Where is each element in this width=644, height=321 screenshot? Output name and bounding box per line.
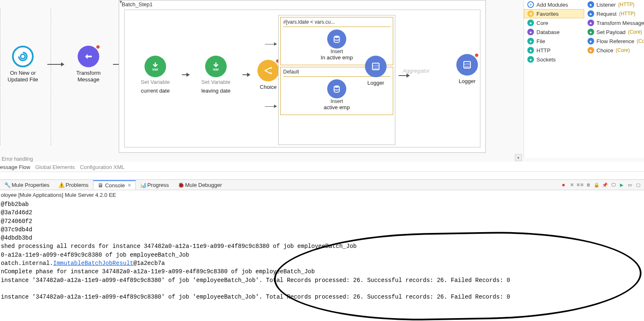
- svg-point-5: [270, 72, 272, 74]
- palette-item-choice[interactable]: ●Choice (Core): [584, 46, 644, 55]
- console-toolbar: ■ ✖ ✖✖ 🗎 🔒 📌 🖵 ▶ ▭ ▢: [560, 181, 644, 188]
- max-button[interactable]: ▢: [635, 181, 642, 188]
- subtab-global-elements[interactable]: Global Elements: [35, 164, 75, 170]
- node-logger-outer[interactable]: LOG Logger: [448, 54, 486, 85]
- remove-all-button[interactable]: ✖✖: [577, 181, 583, 188]
- palette-item-label: Choice: [597, 47, 613, 54]
- node-label: Choice: [260, 84, 277, 91]
- subtab-config-xml[interactable]: Configuration XML: [80, 164, 125, 170]
- pin-console-button[interactable]: 📌: [602, 181, 608, 188]
- scroll-lock-button[interactable]: 🔒: [593, 181, 600, 188]
- node-label: current date: [141, 88, 169, 94]
- choice-icon: [263, 65, 274, 76]
- min-button[interactable]: ▭: [627, 181, 633, 188]
- mule-palette[interactable]: +Add Modules★Favorites●Core●Database●Fil…: [524, 0, 644, 158]
- palette-item-suffix: (Cor: [637, 38, 644, 44]
- node-label: active emp: [324, 104, 350, 110]
- palette-item-sockets[interactable]: ●Sockets: [524, 55, 584, 64]
- logger-icon: LOG: [462, 60, 472, 70]
- flow-arrow: [265, 44, 277, 44]
- node-set-variable-leaving-date[interactable]: var Set Variable leaving date: [191, 56, 241, 94]
- palette-item-file[interactable]: ●File: [524, 37, 584, 46]
- palette-item-label: Database: [536, 29, 560, 35]
- node-transform-message[interactable]: Transform Message: [66, 46, 111, 83]
- palette-item-add-modules[interactable]: +Add Modules: [524, 0, 584, 9]
- flow-reference-icon: ●: [588, 38, 594, 44]
- palette-item-suffix: (HTTP): [618, 2, 634, 7]
- error-handling-label: Error handling: [2, 156, 33, 162]
- node-label: In active emp: [321, 54, 353, 61]
- svg-text:LOG: LOG: [373, 64, 379, 67]
- tab-label: Problems: [66, 182, 88, 188]
- tab-label: Progress: [147, 182, 169, 188]
- tab-problems[interactable]: ⚠️Problems: [54, 181, 93, 189]
- node-set-variable-current-date[interactable]: var Set Variable current date: [130, 56, 180, 94]
- progress-icon: 📊: [140, 182, 146, 188]
- tab-progress[interactable]: 📊Progress: [136, 181, 174, 189]
- flow-arrow: [265, 106, 277, 107]
- subtab-message-flow[interactable]: essage Flow: [0, 164, 30, 170]
- choice-condition: #[vars.ldate < vars.cu...: [283, 19, 390, 27]
- svg-text:var: var: [152, 67, 159, 71]
- batch-step-container[interactable]: ▼ Batch_Step1 var Set Variable current d…: [119, 0, 486, 153]
- choice-icon: ●: [588, 47, 594, 54]
- flow-canvas[interactable]: On New or Updated File Transform Message…: [0, 0, 644, 162]
- listener-icon: ●: [588, 1, 594, 8]
- core-icon: ●: [527, 20, 534, 26]
- tab-console[interactable]: 🖥Console✕: [93, 180, 136, 190]
- palette-item-transform-message[interactable]: ●Transform Message: [584, 18, 644, 27]
- palette-item-label: HTTP: [536, 47, 551, 54]
- svg-point-0: [21, 54, 25, 59]
- scroll-down-button[interactable]: ▾: [515, 154, 522, 161]
- palette-item-label: Core: [536, 20, 548, 26]
- open-console-button[interactable]: ▶: [618, 181, 625, 188]
- database-icon: ●: [527, 29, 534, 35]
- remove-launch-button[interactable]: ✖: [568, 181, 575, 188]
- palette-item-flow-reference[interactable]: ●Flow Reference (Cor: [584, 37, 644, 46]
- palette-item-core[interactable]: ●Core: [524, 18, 584, 27]
- display-selected-button[interactable]: 🖵: [610, 181, 617, 188]
- palette-item-listener[interactable]: ●Listener (HTTP): [584, 0, 644, 9]
- palette-item-set-payload[interactable]: ●Set Payload (Core): [584, 27, 644, 37]
- node-label: On New or Updated File: [0, 70, 46, 83]
- palette-item-http[interactable]: ●HTTP: [524, 46, 584, 55]
- request-icon: ●: [588, 10, 594, 17]
- node-logger[interactable]: LOG Logger: [357, 56, 394, 86]
- palette-item-label: Listener: [597, 2, 616, 8]
- palette-item-request[interactable]: ●Request (HTTP): [584, 9, 644, 18]
- flow-arrow: [242, 74, 250, 75]
- set-payload-icon: ●: [588, 29, 594, 35]
- node-on-new-file[interactable]: On New or Updated File: [0, 46, 46, 83]
- palette-item-label: Transform Message: [597, 20, 644, 26]
- clear-console-button[interactable]: 🗎: [585, 181, 592, 188]
- logger-icon: LOG: [371, 61, 381, 71]
- close-icon[interactable]: ✕: [127, 183, 131, 188]
- palette-item-database[interactable]: ●Database: [524, 27, 584, 37]
- sockets-icon: ●: [527, 56, 534, 63]
- palette-item-suffix: (HTTP): [619, 11, 635, 17]
- console-output[interactable]: @fbb2bab @3a7d46d2 @724060f2 @37c9db4d @…: [0, 199, 644, 321]
- console-icon: 🖥: [98, 182, 103, 188]
- svg-text:LOG: LOG: [465, 63, 470, 65]
- error-badge-icon: [96, 45, 100, 49]
- variable-icon: var: [211, 61, 221, 72]
- problems-icon: ⚠️: [58, 182, 64, 188]
- favorites-icon: ★: [527, 10, 534, 17]
- debugger-icon: 🐞: [178, 182, 184, 188]
- http-icon: ●: [527, 47, 534, 54]
- svg-point-7: [334, 86, 340, 88]
- palette-item-label: Request: [597, 11, 617, 17]
- tab-mule-debugger[interactable]: 🐞Mule Debugger: [174, 181, 227, 189]
- transform-message-icon: ●: [588, 20, 594, 26]
- editor-sub-tabs: essage Flow Global Elements Configuratio…: [0, 163, 644, 172]
- palette-item-favorites[interactable]: ★Favorites: [524, 9, 584, 18]
- terminate-button[interactable]: ■: [560, 181, 567, 188]
- tab-mule-properties[interactable]: 🔧Mule Properties: [0, 181, 54, 189]
- palette-item-label: Flow Reference: [597, 38, 634, 44]
- variable-icon: var: [150, 61, 161, 72]
- flow-arrow: [182, 74, 189, 75]
- palette-item-label: File: [536, 38, 545, 44]
- batch-inner: var Set Variable current date var Set Va…: [124, 10, 480, 147]
- node-sublabel: Insert: [331, 49, 343, 54]
- svg-text:var: var: [213, 67, 219, 71]
